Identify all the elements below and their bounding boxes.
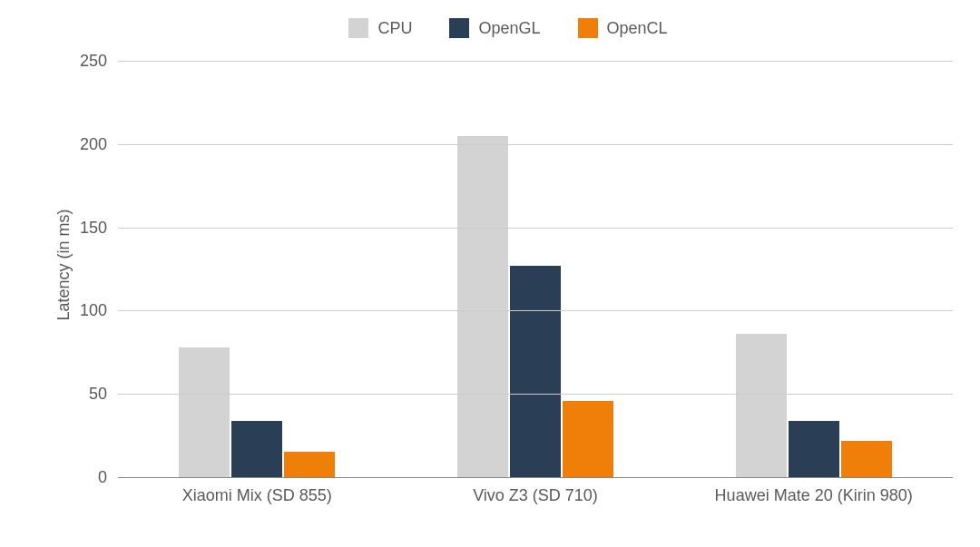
y-tick: 0 bbox=[98, 468, 107, 487]
gridline bbox=[118, 477, 953, 478]
bar-group: Xiaomi Mix (SD 855) bbox=[118, 347, 397, 477]
bar bbox=[179, 347, 230, 477]
chart: CPU OpenGL OpenCL Latency (in ms) Xiaomi… bbox=[54, 18, 962, 511]
legend: CPU OpenGL OpenCL bbox=[54, 18, 962, 43]
y-axis-label: Latency (in ms) bbox=[54, 209, 74, 320]
gridline bbox=[118, 228, 953, 229]
bar bbox=[736, 334, 787, 477]
legend-item-opencl: OpenCL bbox=[578, 18, 668, 38]
gridline bbox=[118, 394, 953, 395]
bar bbox=[510, 266, 561, 477]
legend-item-cpu: CPU bbox=[348, 18, 412, 38]
x-tick: Vivo Z3 (SD 710) bbox=[473, 486, 598, 505]
gridline bbox=[118, 61, 953, 62]
y-tick: 150 bbox=[80, 218, 107, 237]
legend-swatch-opencl bbox=[578, 18, 598, 38]
y-tick: 200 bbox=[80, 134, 107, 153]
legend-swatch-opengl bbox=[449, 18, 469, 38]
legend-label: OpenGL bbox=[478, 19, 540, 38]
bar-group: Huawei Mate 20 (Kirin 980) bbox=[674, 334, 953, 477]
bar bbox=[563, 401, 613, 477]
bar bbox=[231, 421, 282, 477]
bar bbox=[457, 136, 508, 477]
y-tick: 50 bbox=[89, 385, 107, 404]
legend-label: OpenCL bbox=[607, 19, 668, 38]
x-tick: Huawei Mate 20 (Kirin 980) bbox=[715, 486, 913, 505]
legend-item-opengl: OpenGL bbox=[449, 18, 540, 38]
legend-swatch-cpu bbox=[348, 18, 368, 38]
gridline bbox=[118, 310, 953, 311]
bar-group: Vivo Z3 (SD 710) bbox=[397, 136, 675, 477]
bar bbox=[841, 441, 892, 477]
bar-groups: Xiaomi Mix (SD 855)Vivo Z3 (SD 710)Huawe… bbox=[118, 61, 953, 477]
plot-area: Xiaomi Mix (SD 855)Vivo Z3 (SD 710)Huawe… bbox=[118, 61, 953, 478]
gridline bbox=[118, 144, 953, 145]
bar bbox=[284, 452, 335, 477]
bar bbox=[789, 421, 839, 477]
y-tick: 250 bbox=[80, 52, 107, 71]
legend-label: CPU bbox=[377, 19, 412, 38]
x-tick: Xiaomi Mix (SD 855) bbox=[182, 486, 332, 505]
y-tick: 100 bbox=[80, 301, 107, 320]
